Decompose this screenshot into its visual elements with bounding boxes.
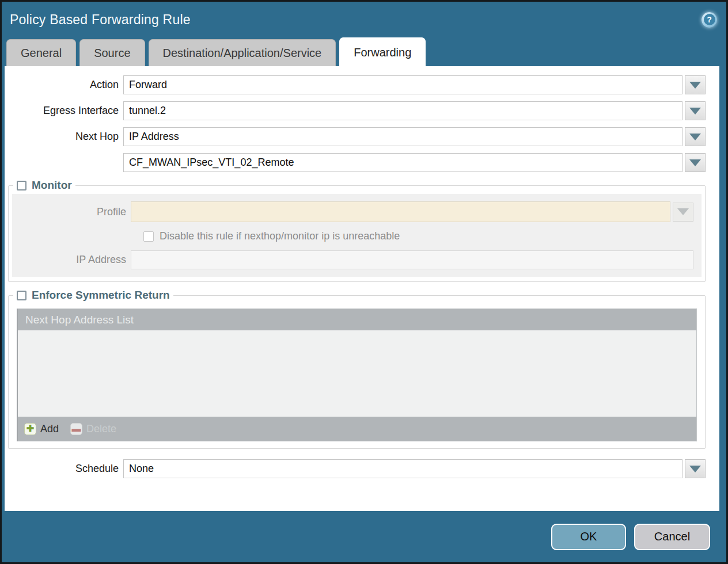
egress-interface-row: Egress Interface tunnel.2: [5, 101, 706, 120]
add-button[interactable]: ✚ Add: [24, 423, 59, 435]
policy-based-forwarding-rule-dialog: Policy Based Forwarding Rule ? General S…: [0, 0, 728, 564]
enforce-symmetric-return-checkbox[interactable]: [17, 291, 26, 300]
action-row: Action Forward: [5, 75, 706, 94]
profile-label: Profile: [12, 206, 131, 218]
next-hop-address-list-header: Next Hop Address List: [18, 309, 696, 330]
next-hop-dropdown-button[interactable]: [685, 127, 706, 146]
tab-content-forwarding: Action Forward Egress Interface tunnel.2…: [5, 66, 719, 511]
egress-interface-label: Egress Interface: [5, 105, 123, 117]
chevron-down-icon: [689, 134, 701, 140]
schedule-dropdown-button[interactable]: [685, 459, 706, 478]
table-toolbar: ✚ Add ▬ Delete: [18, 417, 696, 441]
next-hop-address-list-table: Next Hop Address List ✚ Add ▬ Delete: [17, 308, 697, 441]
next-hop-select[interactable]: IP Address: [123, 127, 682, 146]
profile-select: [131, 201, 670, 222]
monitor-ip-address-row: IP Address: [12, 250, 693, 269]
chevron-down-icon: [689, 108, 701, 115]
enforce-symmetric-return-fieldset: Enforce Symmetric Return Next Hop Addres…: [8, 289, 706, 449]
help-icon[interactable]: ?: [702, 12, 717, 28]
monitor-legend: Monitor: [13, 179, 75, 192]
profile-row: Profile: [12, 201, 693, 222]
add-button-label: Add: [40, 423, 59, 435]
title-bar: Policy Based Forwarding Rule ?: [2, 2, 726, 37]
tab-source[interactable]: Source: [79, 39, 145, 66]
next-hop-label: Next Hop: [5, 131, 123, 143]
question-mark-glyph: ?: [704, 14, 715, 25]
enforce-symmetric-return-legend-label: Enforce Symmetric Return: [32, 289, 170, 302]
delete-button-label: Delete: [86, 423, 116, 435]
action-dropdown-button[interactable]: [685, 75, 706, 94]
monitor-panel: Profile Disable this rule if nexthop/mon…: [12, 194, 702, 277]
next-hop-row: Next Hop IP Address: [5, 127, 706, 146]
profile-dropdown-button: [673, 203, 693, 222]
tab-forwarding[interactable]: Forwarding: [339, 37, 426, 66]
tab-destination-application-service[interactable]: Destination/Application/Service: [149, 39, 336, 66]
next-hop-address-row: CF_MWAN_IPsec_VTI_02_Remote: [5, 153, 706, 172]
chevron-down-icon: [689, 82, 701, 89]
egress-interface-select[interactable]: tunnel.2: [123, 101, 682, 120]
schedule-select[interactable]: None: [123, 459, 682, 478]
monitor-checkbox[interactable]: [17, 181, 26, 190]
next-hop-address-dropdown-button[interactable]: [685, 153, 706, 172]
monitor-fieldset: Monitor Profile Disable this rule if nex…: [8, 179, 706, 282]
enforce-symmetric-return-legend: Enforce Symmetric Return: [13, 289, 173, 302]
monitor-ip-address-label: IP Address: [12, 254, 131, 266]
chevron-down-icon: [677, 208, 689, 215]
next-hop-address-select[interactable]: CF_MWAN_IPsec_VTI_02_Remote: [123, 153, 682, 172]
ok-button[interactable]: OK: [551, 524, 626, 550]
delete-button: ▬ Delete: [70, 423, 116, 435]
plus-icon: ✚: [24, 423, 36, 435]
action-select[interactable]: Forward: [123, 75, 682, 94]
dialog-footer: OK Cancel: [2, 511, 726, 562]
chevron-down-icon: [689, 159, 701, 166]
cancel-button[interactable]: Cancel: [634, 524, 710, 550]
minus-icon: ▬: [70, 423, 82, 435]
schedule-label: Schedule: [5, 463, 123, 475]
action-label: Action: [5, 79, 123, 91]
tab-bar: General Source Destination/Application/S…: [2, 37, 726, 66]
next-hop-address-list-body[interactable]: [18, 330, 696, 417]
disable-rule-row: Disable this rule if nexthop/monitor ip …: [143, 230, 702, 242]
disable-rule-label: Disable this rule if nexthop/monitor ip …: [160, 230, 400, 242]
monitor-ip-address-input[interactable]: [131, 250, 693, 269]
schedule-row: Schedule None: [5, 459, 706, 478]
tab-general[interactable]: General: [6, 39, 76, 66]
egress-interface-dropdown-button[interactable]: [685, 101, 706, 120]
chevron-down-icon: [689, 466, 701, 472]
dialog-title: Policy Based Forwarding Rule: [10, 12, 191, 28]
disable-rule-checkbox[interactable]: [143, 231, 154, 242]
monitor-legend-label: Monitor: [32, 179, 72, 192]
